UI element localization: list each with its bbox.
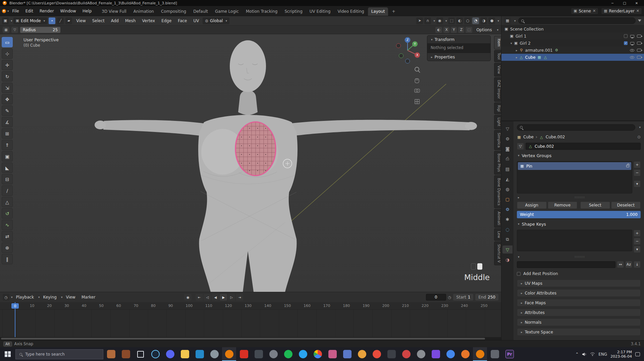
vertex-groups-header[interactable]: ▾ Vertex Groups — [517, 152, 641, 159]
maximize-button[interactable]: □ — [620, 0, 629, 6]
language-indicator[interactable]: ENG — [598, 352, 607, 357]
play-button[interactable]: ▶ — [220, 294, 227, 301]
move-tool[interactable]: ✛ — [2, 60, 13, 70]
mesh-name-field[interactable]: △ Cube.002 — [526, 143, 641, 150]
viewport-visibility-icon[interactable] — [630, 42, 634, 45]
transform-tool[interactable]: ✥ — [2, 94, 13, 104]
shading-rendered-icon[interactable]: ● — [488, 17, 495, 24]
action-center-icon[interactable] — [635, 352, 640, 356]
select-button[interactable]: Select — [580, 201, 610, 209]
unlink-layer-icon[interactable]: ✕ — [636, 9, 639, 13]
workspace-tab-game-logic[interactable]: Game Logic — [212, 7, 242, 16]
section-uv-maps[interactable]: ▸ UV Maps — [517, 279, 641, 287]
transform-orientation-dropdown[interactable]: ◍ Global ▾ — [203, 17, 229, 24]
tab-lew[interactable]: Lew — [494, 228, 501, 241]
material-properties-tab[interactable]: ◑ — [502, 256, 513, 264]
shape-key-specials-menu[interactable]: ▾ — [634, 246, 641, 253]
taskbar-app-media-player[interactable] — [252, 347, 266, 361]
inset-faces-tool[interactable]: ▣ — [2, 151, 13, 162]
poly-build-tool[interactable]: △ — [2, 197, 13, 207]
mode-dropdown[interactable]: ▣ Edit Mode ▾ — [13, 17, 48, 24]
taskbar-app-purple[interactable] — [429, 347, 443, 361]
blender-menu-icon[interactable] — [2, 9, 6, 13]
proportional-edit-icon[interactable]: ◉ — [436, 17, 443, 24]
jump-to-start-button[interactable]: ⇤ — [196, 294, 203, 301]
properties-search-input[interactable] — [517, 124, 635, 131]
section-face-maps[interactable]: ▸ Face Maps — [517, 299, 641, 307]
remove-button[interactable]: Remove — [548, 201, 578, 209]
physics-properties-tab[interactable]: ◌ — [502, 225, 513, 233]
taskbar-app-blue[interactable] — [296, 347, 310, 361]
mirror-y-toggle[interactable]: Y — [451, 27, 457, 33]
assign-button[interactable]: Assign — [517, 201, 547, 209]
expand-icon[interactable]: ▸ — [516, 56, 518, 59]
add-workspace-button[interactable]: + — [388, 7, 398, 16]
list-resize-grip[interactable]: ▸ ∷∷∷∷ — [517, 195, 641, 199]
taskbar-app-blender-2[interactable] — [473, 347, 487, 361]
taskbar-app-orange-circle[interactable] — [458, 347, 472, 361]
menu-edit[interactable]: Edit — [22, 7, 36, 15]
taskbar-app-indigo[interactable] — [340, 347, 354, 361]
menu-render[interactable]: Render — [37, 7, 57, 15]
sort-icon[interactable]: Az — [625, 261, 632, 268]
tab-bone-dynamics[interactable]: Bone Dynamics — [494, 175, 501, 208]
smooth-tool[interactable]: ∿ — [2, 220, 13, 230]
outliner-row-scene-collection[interactable]: ▣ Scene Collection — [501, 26, 644, 33]
tool-properties-tab[interactable]: ⚙ — [502, 135, 513, 143]
shading-material-icon[interactable]: ◑ — [480, 17, 487, 24]
add-rest-position-checkbox[interactable] — [517, 272, 521, 276]
breadcrumb-data[interactable]: Cube.002 — [546, 135, 565, 139]
select-tool-icon[interactable]: ➤ — [416, 17, 423, 24]
editor-type-3d-icon[interactable]: ▣ — [2, 17, 9, 24]
world-properties-tab[interactable]: ◍ — [502, 185, 513, 193]
taskbar-app-blender[interactable] — [222, 347, 236, 361]
bevel-tool[interactable]: ◣ — [2, 163, 13, 173]
workspace-tab-compositing[interactable]: Compositing — [158, 7, 190, 16]
workspace-tab-motion-tracking[interactable]: Motion Tracking — [243, 7, 281, 16]
timeline-ruler[interactable]: 0102030405060708090100110120130140150160… — [0, 302, 501, 310]
shading-solid-icon[interactable]: ◔ — [472, 17, 479, 24]
modifier-properties-tab[interactable]: ⚙ — [502, 205, 513, 213]
taskbar-app-paint-tool[interactable] — [119, 347, 133, 361]
properties-panel-header[interactable]: ▸ Properties — [427, 53, 490, 61]
taskbar-app-gray-browser[interactable] — [207, 347, 221, 361]
menu-vertex[interactable]: Vertex — [140, 17, 158, 25]
minimize-button[interactable]: ─ — [608, 0, 617, 6]
taskbar-app-dark[interactable] — [384, 347, 398, 361]
taskbar-app-chrome[interactable] — [311, 347, 325, 361]
viewport-visibility-icon[interactable] — [630, 35, 634, 38]
tab-daz-importer[interactable]: DAZ Impor — [494, 77, 501, 101]
render-visibility-icon[interactable] — [637, 35, 641, 38]
taskbar-app-spotify[interactable] — [281, 347, 295, 361]
vertex-group-pin-row[interactable]: ▦ Pin — [518, 162, 631, 170]
taskbar-app-premiere[interactable]: Pr — [502, 347, 517, 361]
outliner-search-input[interactable] — [518, 17, 636, 24]
taskbar-app-camera[interactable] — [488, 347, 502, 361]
remove-shape-key-button[interactable]: − — [634, 238, 641, 245]
workspace-tab-animation[interactable]: Animation — [130, 7, 157, 16]
timeline-editor-icon[interactable]: ◷ — [3, 294, 9, 301]
tab-shortcut-v[interactable]: Shortcut V — [494, 241, 501, 265]
group-specials-menu[interactable]: ▾ — [634, 180, 641, 187]
snap-magnet-icon[interactable]: ∩ — [424, 17, 431, 24]
taskbar-app-steam[interactable] — [148, 347, 162, 361]
prev-keyframe-button[interactable]: ◁ — [204, 294, 211, 301]
gizmo-neg-y-axis[interactable] — [399, 54, 404, 58]
vertex-groups-list[interactable]: ▦ Pin — [517, 161, 632, 193]
options-menu[interactable]: Options — [474, 26, 494, 34]
outliner-row-girl-1[interactable]: ▣ Girl 1 — [501, 33, 644, 40]
taskbar-app-pink[interactable] — [325, 347, 339, 361]
tool-mode-icon[interactable]: ▽ — [11, 27, 18, 33]
shape-key-value-field[interactable] — [517, 261, 615, 268]
taskbar-app-adobe-red[interactable] — [237, 347, 251, 361]
move-down-icon[interactable]: ↓ — [634, 261, 641, 268]
pin-icon[interactable]: ⊙ — [637, 135, 641, 139]
add-cube-tool[interactable]: ⊞ — [2, 128, 13, 139]
outliner-row-armature[interactable]: ▸ ⚲ armature.001 ⚙ — [501, 47, 644, 54]
taskbar-app-discord[interactable] — [163, 347, 177, 361]
extrude-tool[interactable]: ⇑ — [2, 140, 13, 150]
expand-icon[interactable]: ▾ — [511, 42, 512, 45]
section-color-attributes[interactable]: ▸ Color Attributes — [517, 289, 641, 297]
selected-mesh-region[interactable] — [235, 122, 276, 176]
zoom-icon[interactable] — [415, 67, 420, 73]
